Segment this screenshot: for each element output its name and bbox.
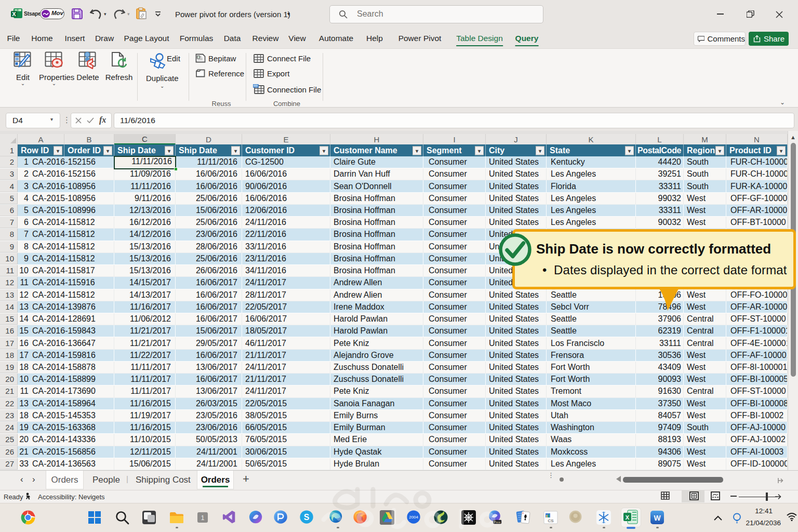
svg-text:CS: CS <box>548 518 553 523</box>
svg-text:X: X <box>626 514 630 521</box>
svg-text:W: W <box>654 514 661 522</box>
svg-text:1: 1 <box>201 514 205 522</box>
svg-text:2004: 2004 <box>409 515 418 520</box>
svg-text:Paxa: Paxa <box>494 521 500 524</box>
svg-text:S: S <box>304 513 310 522</box>
